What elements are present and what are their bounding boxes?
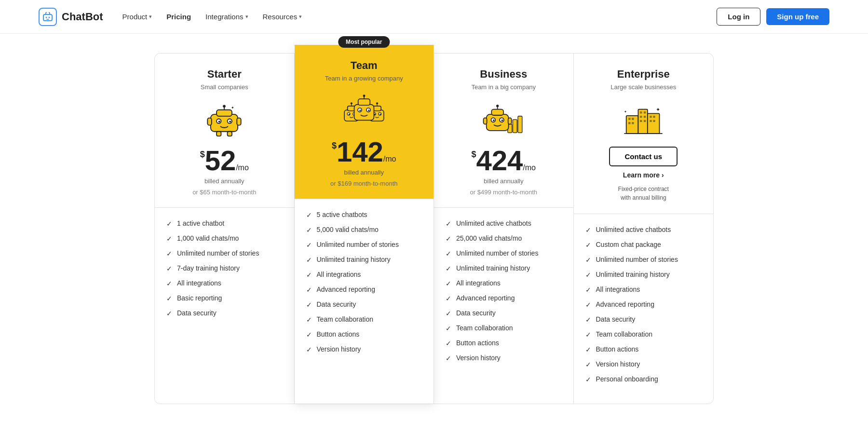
check-icon: ✓ — [585, 361, 591, 368]
plan-starter: Starter Small companies — [155, 54, 295, 404]
nav-integrations[interactable]: Integrations ▾ — [205, 13, 248, 21]
list-item: ✓Version history — [446, 354, 562, 362]
nav-left: ChatBot Product ▾ Pricing Integrations ▾… — [39, 8, 302, 26]
business-period: /mo — [523, 163, 536, 172]
svg-rect-43 — [518, 116, 522, 132]
list-item: ✓Unlimited number of stories — [585, 256, 702, 264]
team-currency: $ — [332, 141, 337, 150]
list-item: ✓Unlimited training history — [446, 264, 562, 272]
svg-point-40 — [368, 109, 369, 111]
check-icon: ✓ — [585, 301, 591, 309]
team-subtitle: Team in a growing company — [308, 75, 420, 82]
nav-resources[interactable]: Resources ▾ — [263, 13, 302, 21]
starter-period: /mo — [236, 163, 249, 172]
svg-rect-45 — [492, 109, 504, 115]
list-item: ✓5 active chatbots — [306, 211, 422, 219]
login-button[interactable]: Log in — [717, 8, 760, 26]
list-item: ✓Advanced reporting — [306, 285, 422, 294]
plan-enterprise: Enterprise Large scale businesses — [574, 54, 714, 404]
business-currency: $ — [472, 149, 476, 159]
list-item: ✓Unlimited number of stories — [166, 249, 283, 258]
check-icon: ✓ — [166, 280, 172, 287]
svg-rect-42 — [513, 119, 517, 132]
check-icon: ✓ — [585, 331, 591, 339]
list-item: ✓Unlimited training history — [585, 271, 702, 279]
svg-rect-14 — [228, 131, 232, 136]
list-item: ✓Data security — [306, 300, 422, 309]
check-icon: ✓ — [306, 316, 312, 324]
svg-rect-61 — [640, 111, 642, 113]
list-item: ✓Personal onboarding — [585, 375, 702, 383]
business-billing-monthly: or $499 month-to-month — [448, 189, 560, 196]
logo-text: ChatBot — [62, 11, 103, 23]
check-icon: ✓ — [446, 265, 451, 272]
business-price-block: $424/mo — [448, 147, 560, 175]
business-subtitle: Team in a big company — [448, 83, 560, 91]
nav-pricing[interactable]: Pricing — [166, 13, 191, 21]
svg-rect-66 — [644, 120, 646, 122]
list-item: ✓Unlimited training history — [306, 256, 422, 264]
list-item: ✓1,000 valid chats/mo — [166, 234, 283, 243]
check-icon: ✓ — [166, 235, 172, 243]
nav-product[interactable]: Product ▾ — [122, 13, 152, 21]
team-features: ✓5 active chatbots ✓5,000 valid chats/mo… — [295, 199, 434, 404]
logo[interactable]: ChatBot — [39, 8, 103, 26]
list-item: ✓Unlimited active chatbots — [446, 219, 562, 228]
check-icon: ✓ — [446, 220, 451, 228]
team-billing-monthly: or $169 month-to-month — [308, 180, 420, 187]
list-item: ✓Team collaboration — [585, 330, 702, 339]
list-item: ✓Unlimited number of stories — [306, 241, 422, 249]
check-icon: ✓ — [306, 346, 312, 353]
list-item: ✓Team collaboration — [446, 324, 562, 332]
list-item: ✓Unlimited active chatbots — [585, 226, 702, 234]
nav-links: Product ▾ Pricing Integrations ▾ Resourc… — [122, 13, 302, 21]
svg-point-23 — [348, 113, 349, 114]
check-icon: ✓ — [166, 250, 172, 258]
team-amount: 142 — [337, 136, 383, 167]
learn-more-link[interactable]: Learn more — [587, 171, 700, 179]
svg-point-51 — [502, 119, 503, 121]
svg-rect-4 — [217, 109, 232, 116]
svg-point-28 — [376, 102, 378, 104]
list-item: ✓Unlimited number of stories — [446, 249, 562, 258]
enterprise-header: Enterprise Large scale businesses — [574, 54, 714, 214]
most-popular-badge: Most popular — [338, 36, 390, 48]
list-item: ✓Advanced reporting — [585, 300, 702, 309]
check-icon: ✓ — [446, 235, 451, 243]
svg-rect-53 — [508, 118, 512, 124]
business-name: Business — [448, 68, 560, 81]
enterprise-features: ✓Unlimited active chatbots ✓Custom chat … — [574, 214, 714, 404]
starter-illustration: ✦ · — [200, 99, 248, 138]
check-icon: ✓ — [585, 271, 591, 279]
chevron-down-icon: ▾ — [149, 14, 152, 20]
starter-name: Starter — [168, 68, 281, 81]
svg-rect-52 — [484, 118, 487, 124]
check-icon: ✓ — [166, 265, 172, 272]
check-icon: ✓ — [306, 241, 312, 249]
list-item: ✓All integrations — [306, 271, 422, 279]
check-icon: ✓ — [306, 301, 312, 309]
svg-rect-57 — [628, 118, 630, 120]
business-illustration — [479, 99, 528, 138]
svg-rect-59 — [628, 122, 630, 124]
starter-price-block: $52/mo — [168, 147, 281, 175]
svg-rect-64 — [644, 115, 646, 117]
starter-header: Starter Small companies — [155, 54, 294, 208]
check-icon: ✓ — [446, 325, 451, 332]
check-icon: ✓ — [585, 226, 591, 234]
svg-rect-62 — [644, 111, 646, 113]
list-item: ✓Basic reporting — [166, 294, 283, 302]
svg-rect-11 — [208, 118, 212, 125]
svg-point-9 — [218, 121, 220, 122]
list-item: ✓7-day training history — [166, 264, 283, 272]
svg-point-47 — [496, 104, 499, 107]
signup-button[interactable]: Sign up free — [766, 8, 829, 25]
enterprise-illustration: ✦ ✦ — [619, 99, 667, 138]
check-icon: ✓ — [166, 220, 172, 228]
check-icon: ✓ — [585, 256, 591, 264]
list-item: ✓All integrations — [446, 279, 562, 287]
contact-button[interactable]: Contact us — [609, 147, 678, 166]
check-icon: ✓ — [585, 376, 591, 383]
chevron-down-icon: ▾ — [299, 14, 302, 20]
list-item: ✓Data security — [585, 315, 702, 324]
